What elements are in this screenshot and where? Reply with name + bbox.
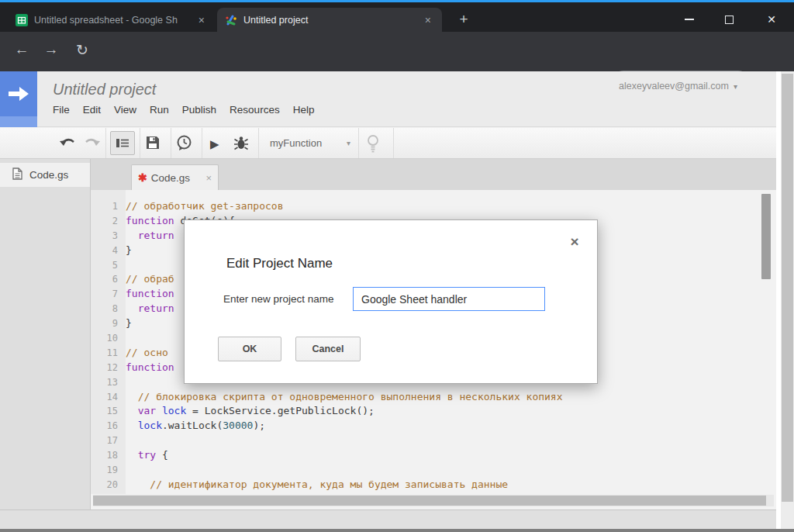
forward-icon[interactable]: →	[40, 41, 62, 58]
new-tab-button[interactable]: +	[454, 10, 473, 29]
window-maximize-button[interactable]	[713, 5, 745, 34]
line-number: 14	[91, 390, 126, 405]
indent-icon	[116, 138, 129, 148]
toolbar-separator	[202, 128, 202, 158]
line-number: 16	[91, 419, 126, 434]
minimize-icon	[685, 19, 694, 20]
dialog-close-icon[interactable]: ×	[566, 233, 583, 250]
project-title[interactable]: Untitled project	[53, 81, 156, 98]
run-icon[interactable]: ▶	[210, 137, 219, 151]
account-menu[interactable]: alexeyvaleev@gmail.com ▾	[619, 81, 737, 92]
menu-item-run[interactable]: Run	[150, 104, 169, 116]
ok-button[interactable]: OK	[218, 337, 281, 361]
status-bar	[0, 510, 776, 529]
line-number: 4	[91, 244, 126, 258]
chevron-down-icon: ▾	[734, 82, 737, 91]
redo-icon[interactable]	[82, 136, 101, 149]
tab-spreadsheet[interactable]: Untitled spreadsheet - Google Sh ×	[8, 8, 216, 32]
line-number: 3	[91, 229, 126, 244]
sidebar-item-code-gs[interactable]: Code.gs	[0, 163, 90, 187]
file-name: Code.gs	[29, 169, 68, 181]
window-close-button[interactable]: ✕	[755, 5, 788, 34]
triggers-clock-icon[interactable]	[176, 135, 192, 151]
menu-item-view[interactable]: View	[114, 104, 136, 116]
line-number: 18	[91, 448, 126, 463]
editor-tab-close-icon[interactable]: ×	[205, 172, 212, 184]
line-number: 19	[91, 463, 126, 478]
menu-item-edit[interactable]: Edit	[83, 104, 101, 116]
toolbar-separator	[140, 128, 140, 158]
project-name-input[interactable]	[353, 287, 545, 311]
line-number: 15	[91, 404, 126, 419]
project-name-label: Enter new project name	[223, 293, 334, 305]
save-icon[interactable]	[146, 136, 160, 150]
browser-toolbar: ← → ↻ script.google.com/d/1zlM0Ha_7InddK…	[0, 32, 794, 71]
editor-tab-code-gs[interactable]: ✱ Code.gs ×	[131, 164, 219, 190]
page-scrollbar[interactable]	[781, 71, 794, 529]
line-number: 6	[91, 272, 126, 287]
toolbar-separator	[105, 128, 106, 158]
tab-apps-script[interactable]: Untitled project ×	[217, 8, 442, 32]
browser-tab-bar: Untitled spreadsheet - Google Sh × Untit…	[0, 2, 794, 32]
line-number: 17	[91, 434, 126, 448]
editor-tab-strip: ✱ Code.gs ×	[91, 159, 776, 190]
toolbar-separator	[258, 128, 259, 158]
cancel-button[interactable]: Cancel	[295, 337, 361, 361]
account-email: alexeyvaleev@gmail.com	[619, 81, 729, 92]
line-number: 8	[91, 302, 126, 316]
chevron-down-icon: ▾	[347, 139, 350, 147]
lightbulb-icon[interactable]	[367, 134, 379, 153]
menu-item-publish[interactable]: Publish	[182, 104, 216, 116]
tab-title: Untitled project	[243, 15, 422, 26]
debug-bug-icon[interactable]	[233, 135, 250, 152]
apps-script-logo	[0, 71, 37, 116]
line-number: 13	[91, 375, 126, 390]
dialog-title: Edit Project Name	[226, 256, 333, 271]
edit-project-name-dialog: × Edit Project Name Enter new project na…	[184, 219, 598, 384]
page-scrollbar-thumb[interactable]	[782, 74, 793, 502]
function-selector[interactable]: myFunction ▾	[264, 131, 355, 155]
editor-tab-name: Code.gs	[151, 172, 202, 184]
line-number: 7	[91, 287, 126, 302]
menu-item-help[interactable]: Help	[293, 104, 315, 116]
code-line: 15 var lock = LockService.getPublicLock(…	[91, 404, 776, 419]
script-toolbar: ▶ myFunction ▾	[0, 128, 776, 159]
toolbar-separator	[358, 128, 359, 158]
line-number: 1	[91, 199, 126, 214]
tab-close-icon[interactable]: ×	[422, 14, 434, 26]
back-icon[interactable]: ←	[11, 41, 33, 58]
app-header: Untitled project FileEditViewRunPublishR…	[0, 71, 776, 127]
reload-icon[interactable]: ↻	[71, 41, 93, 59]
line-number: 10	[91, 331, 126, 346]
function-selector-value: myFunction	[270, 137, 347, 149]
editor-horizontal-scrollbar-thumb[interactable]	[93, 496, 766, 506]
apps-script-favicon-icon	[225, 14, 237, 26]
window-bottom-border	[0, 529, 794, 532]
apps-script-logo-base	[0, 116, 37, 127]
menu-bar: FileEditViewRunPublishResourcesHelp	[53, 104, 314, 116]
menu-item-file[interactable]: File	[53, 104, 70, 116]
unsaved-asterisk-icon: ✱	[138, 171, 147, 184]
code-line: 18 try {	[91, 448, 776, 463]
close-icon: ✕	[767, 13, 776, 26]
tab-title: Untitled spreadsheet - Google Sh	[34, 15, 195, 26]
line-number: 12	[91, 361, 126, 375]
code-line: 17	[91, 434, 776, 448]
window-minimize-button[interactable]	[673, 5, 706, 34]
editor-vertical-scrollbar-thumb[interactable]	[761, 194, 771, 279]
editor-horizontal-scrollbar[interactable]	[93, 495, 774, 506]
files-sidebar: Code.gs	[0, 159, 91, 510]
code-line: 16 lock.waitLock(30000);	[91, 419, 776, 434]
maximize-icon	[725, 16, 734, 24]
undo-icon[interactable]	[59, 136, 78, 149]
line-number: 11	[91, 346, 126, 361]
file-icon	[12, 168, 22, 182]
line-number: 2	[91, 214, 126, 229]
menu-item-resources[interactable]: Resources	[230, 104, 280, 116]
line-number: 9	[91, 316, 126, 331]
indent-button[interactable]	[110, 131, 135, 155]
code-line: 14 // блокировка скрипта от одновременно…	[91, 390, 776, 405]
tab-close-icon[interactable]: ×	[195, 14, 208, 26]
line-number: 5	[91, 258, 126, 273]
code-line: 20 // идентификатор документа, куда мы б…	[91, 478, 776, 492]
